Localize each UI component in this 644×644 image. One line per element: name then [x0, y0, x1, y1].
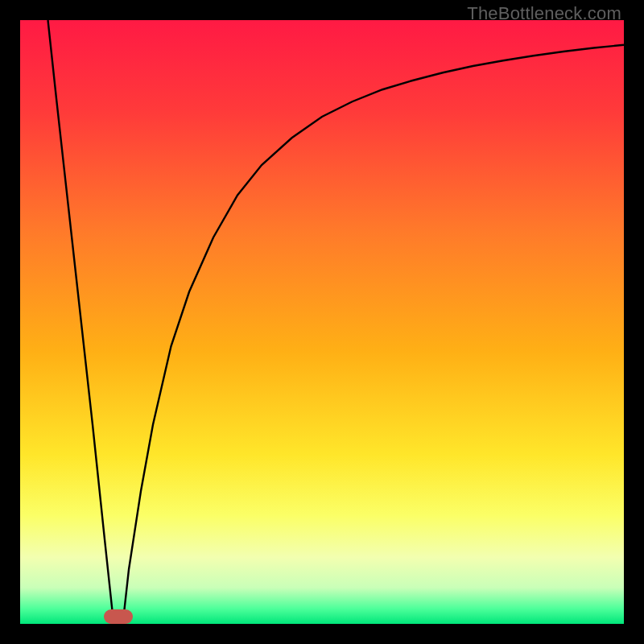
watermark-text: TheBottleneck.com: [467, 3, 621, 24]
optimal-marker: [104, 609, 133, 624]
curve-right-branch: [123, 45, 625, 624]
bottleneck-curve: [0, 0, 644, 644]
chart-frame: TheBottleneck.com: [0, 0, 644, 644]
curve-left-branch: [48, 20, 114, 624]
